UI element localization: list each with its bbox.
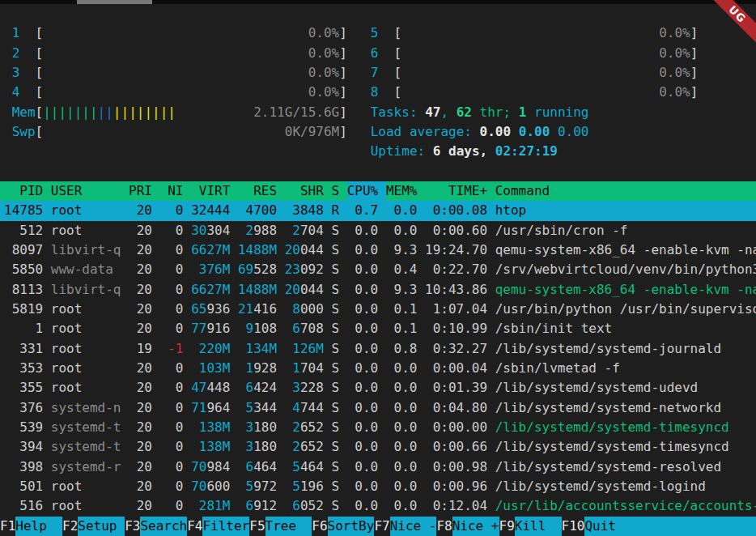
state-cell: S	[331, 319, 339, 338]
process-row[interactable]: 394systemd-t200138M31802652S0.00.00:00.6…	[0, 437, 756, 457]
pri-cell: 20	[129, 319, 152, 338]
num-hi: 1	[292, 360, 300, 376]
cpu-cell: 0.0	[347, 359, 379, 378]
user-cell: root	[51, 221, 121, 240]
process-row[interactable]: 8113libvirt-q2006627M1488M20044S0.09.310…	[0, 280, 756, 300]
num-hi: 2	[292, 439, 300, 454]
cpu-meter-2: 2[0.0%]	[12, 44, 347, 63]
fn-quit[interactable]: F10Quit	[562, 517, 756, 536]
process-row[interactable]: 398systemd-r2007098464645464S0.00.00:00.…	[0, 457, 756, 477]
pid-cell: 1	[4, 319, 43, 338]
pri-cell: 20	[129, 280, 152, 300]
col-header-shr[interactable]: SHR	[285, 181, 324, 201]
cpu-meters-row-4: 4[0.0%]8[0.0%]	[0, 83, 756, 102]
time-cell: 0:00.66	[425, 437, 487, 457]
fn-search[interactable]: F3Search	[125, 517, 187, 536]
num-lo: 228	[300, 380, 324, 395]
uptime-label: Uptime:	[371, 143, 433, 159]
pid-cell: 14785	[4, 201, 43, 220]
command-cell: /lib/systemd/systemd-logind	[495, 477, 706, 496]
pri-cell: 20	[129, 260, 152, 279]
col-header-pid[interactable]: PID	[4, 181, 43, 201]
state-cell: S	[331, 496, 339, 516]
fn-nice-minus[interactable]: F7Nice -	[374, 517, 436, 536]
col-header-res[interactable]: RES	[238, 181, 277, 201]
process-row-selected[interactable]: 14785root2003244447003848R0.70.00:00.08h…	[0, 201, 756, 220]
mem-cache-bars: ||||||||	[113, 103, 176, 122]
meter-body: 0.0%	[401, 23, 690, 43]
fn-setup[interactable]: F2Setup	[62, 517, 125, 536]
num-hi: 5	[246, 479, 254, 494]
cpu-cell: 0.0	[347, 496, 379, 516]
num-hi: 6627M	[191, 242, 230, 257]
col-header-ni[interactable]: NI	[160, 181, 184, 201]
fn-kill[interactable]: F9Kill	[499, 517, 562, 536]
ni-cell: 0	[160, 398, 184, 418]
num-lo: 704	[300, 360, 324, 376]
virt-cell: 103M	[191, 359, 230, 378]
fn-help[interactable]: F1Help	[0, 517, 62, 536]
process-row[interactable]: 539systemd-t200138M31802652S0.00.00:00.0…	[0, 418, 756, 437]
fn-tree[interactable]: F5Tree	[249, 517, 312, 536]
shr-cell: 20044	[285, 240, 324, 260]
num-hi: 138M	[199, 419, 231, 435]
time-cell: 0:32.27	[425, 339, 487, 359]
fn-label: Nice +	[452, 517, 499, 536]
num-lo: 044	[300, 242, 324, 257]
swap-meter: Swp[0K/976M]	[12, 122, 347, 142]
res-cell: 69528	[238, 260, 277, 279]
num-hi: 20	[285, 282, 300, 297]
process-row[interactable]: 501root2007060059725196S0.00.00:00.96/li…	[0, 477, 756, 496]
num-lo: 464	[300, 459, 324, 474]
col-header-user[interactable]: USER	[51, 181, 121, 201]
process-row[interactable]: 353root200103M19281704S0.00.00:00.04/sbi…	[0, 359, 756, 378]
num-hi: 1488M	[238, 282, 277, 297]
process-row[interactable]: 512root2003030429882704S0.00.00:00.60/us…	[0, 221, 756, 240]
col-header-mem[interactable]: MEM%	[386, 181, 418, 201]
shr-cell: 1704	[285, 359, 324, 378]
num-hi: 376M	[199, 262, 231, 277]
process-row[interactable]: 5819root20065936214168000S0.00.11:07.04/…	[0, 300, 756, 319]
cpu-meter-1: 1[0.0%]	[12, 23, 347, 43]
fn-label: Setup	[78, 517, 125, 536]
mem-cell: 0.0	[386, 437, 418, 457]
shr-cell: 2652	[285, 437, 324, 457]
time-cell: 19:24.70	[425, 240, 487, 260]
process-row[interactable]: 1root2007791691086708S0.00.10:10.99/sbin…	[0, 319, 756, 338]
col-header-cpu-sorted[interactable]: CPU%	[347, 181, 386, 201]
cpu-cell: 0.7	[347, 201, 379, 220]
pri-cell: 20	[129, 437, 152, 457]
fn-sortby[interactable]: F6SortBy	[312, 517, 374, 536]
col-header-pri[interactable]: PRI	[129, 181, 152, 201]
user-cell: systemd-t	[51, 418, 121, 437]
process-row[interactable]: 331root19-1220M134M126MS0.00.80:32.27/li…	[0, 339, 756, 359]
process-row[interactable]: 516root200281M69126052S0.00.00:12.04/usr…	[0, 496, 756, 516]
time-cell: 0:22.70	[425, 260, 487, 279]
fn-filter[interactable]: F4Filter	[187, 517, 249, 536]
pri-cell: 20	[129, 477, 152, 496]
num-lo: 304	[206, 223, 230, 238]
ni-cell: 0	[160, 457, 184, 477]
num-hi: 30	[191, 223, 206, 238]
col-header-virt[interactable]: VIRT	[191, 181, 230, 201]
process-row[interactable]: 376systemd-n2007196453444744S0.00.00:04.…	[0, 398, 756, 418]
load-15min: 0.00	[558, 124, 589, 139]
pid-cell: 8113	[4, 280, 43, 300]
pid-cell: 5819	[4, 300, 43, 319]
fn-key: F9	[499, 517, 515, 536]
fn-key: F10	[562, 517, 585, 536]
virt-cell: 32444	[191, 201, 230, 220]
process-row[interactable]: 355root2004744864243228S0.00.00:01.39/li…	[0, 378, 756, 398]
col-header-time[interactable]: TIME+	[425, 181, 487, 201]
mem-cell: 0.1	[386, 300, 418, 319]
command-cell-thread: /usr/lib/accountsservice/accounts-	[495, 496, 756, 516]
mem-cell: 0.4	[386, 260, 418, 279]
fn-nice-plus[interactable]: F8Nice +	[436, 517, 499, 536]
num-hi: 6	[292, 498, 300, 513]
col-header-state[interactable]: S	[331, 181, 339, 201]
num-hi: 23	[285, 262, 300, 277]
col-header-command[interactable]: Command	[495, 181, 550, 201]
process-row[interactable]: 8097libvirt-q2006627M1488M20044S0.09.319…	[0, 240, 756, 260]
uptime-days: 6 days,	[433, 143, 495, 159]
process-row[interactable]: 5850www-data200376M6952823092S0.00.40:22…	[0, 260, 756, 279]
